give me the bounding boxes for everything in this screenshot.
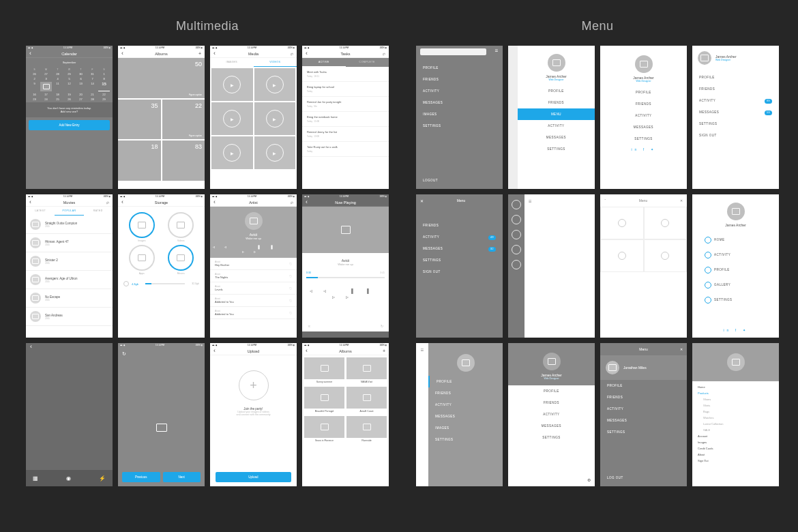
album-cell[interactable]: 18 — [118, 141, 161, 181]
task-row[interactable]: Meet with TashaToday · 18:11 — [302, 67, 389, 82]
shuffle-icon[interactable]: ⤮ — [308, 324, 310, 328]
tree-item[interactable]: Home — [698, 384, 773, 390]
play-icon[interactable] — [266, 76, 284, 93]
menu-item[interactable]: PROFILE — [416, 62, 503, 74]
playback-controls[interactable]: ◃◃ ❚❚ ▹▹ — [302, 288, 389, 300]
menu-item[interactable]: FRIENDS — [518, 97, 595, 108]
menu-item[interactable]: FRIENDS — [416, 220, 503, 231]
song-row[interactable]: AviciiAddicted to You — [210, 295, 297, 307]
quad-cell[interactable] — [644, 239, 688, 272]
menu-item[interactable]: SETTINGS — [428, 434, 503, 445]
add-entry-button[interactable]: Add New Entry — [29, 120, 110, 130]
menu-item[interactable]: FRIENDS — [600, 391, 687, 403]
song-row[interactable]: AviciiLevels — [210, 282, 297, 295]
search-icon[interactable] — [291, 200, 293, 205]
song-row[interactable]: AviciiThe Nights — [210, 270, 297, 282]
play-icon[interactable] — [223, 76, 241, 93]
menu-item[interactable]: SETTINGS — [600, 133, 687, 145]
media-cell[interactable] — [211, 136, 253, 169]
tab-active[interactable]: ACTIVE — [302, 58, 346, 67]
album-thumb[interactable] — [304, 387, 344, 409]
menu-item[interactable]: ACTIVITY — [518, 120, 595, 132]
album-cell[interactable]: 35 — [118, 100, 161, 140]
song-row[interactable]: AviciiAddicted to You — [210, 307, 297, 319]
search-input[interactable] — [420, 48, 486, 55]
song-row[interactable]: AviciiHey Brother — [210, 258, 297, 270]
menu-item[interactable]: SETTINGS — [518, 143, 595, 155]
tree-item[interactable]: Products — [698, 390, 773, 396]
menu-item[interactable]: FRIENDS — [416, 74, 503, 85]
album-cell[interactable]: 83 — [162, 141, 205, 181]
menu-item[interactable]: PROFILE — [600, 87, 687, 98]
menu-item[interactable]: PROFILE — [508, 385, 595, 397]
tree-item[interactable]: Account — [698, 433, 773, 439]
menu-item[interactable]: MESSAGES — [518, 132, 595, 143]
back-icon[interactable] — [213, 201, 216, 205]
close-icon[interactable]: ✕ — [420, 198, 424, 203]
heart-icon[interactable] — [289, 274, 292, 278]
play-icon[interactable] — [123, 281, 129, 286]
gallery-icon[interactable]: ▦ — [33, 475, 38, 482]
back-icon[interactable] — [121, 201, 123, 205]
movie-row[interactable]: Avengers: Age of Ultron2015 — [26, 271, 113, 289]
social-links[interactable]: in f ✦ — [692, 325, 779, 335]
task-row[interactable]: Remind Jenny for the listToday · 13:00 — [302, 127, 389, 142]
menu-item[interactable]: PROFILE — [692, 72, 779, 83]
media-cell[interactable] — [254, 102, 296, 135]
tab-videos[interactable]: VIDEOS — [254, 58, 297, 67]
camera-icon[interactable]: ◉ — [66, 475, 71, 482]
menu-item[interactable]: ACTIVITY — [600, 110, 687, 121]
logout-link[interactable]: LOGOUT — [423, 179, 438, 182]
menu-item[interactable]: FRIENDS — [692, 83, 779, 95]
prev-button[interactable]: Previous — [122, 472, 160, 482]
movie-row[interactable]: Straight Outta Compton2015 — [26, 216, 113, 234]
task-row[interactable]: Bring the notebook homeToday · 15:08 — [302, 112, 389, 127]
search-icon[interactable] — [106, 200, 109, 205]
menu-item[interactable]: SETTINGS — [416, 254, 503, 266]
tree-subitem[interactable]: Bags — [698, 409, 773, 415]
media-cell[interactable] — [254, 68, 296, 101]
menu-item[interactable]: ACTIVITY — [428, 399, 503, 411]
menu-item[interactable]: ACTIVITY — [508, 409, 595, 420]
play-icon[interactable] — [266, 144, 284, 162]
quad-cell[interactable] — [600, 239, 644, 272]
tree-item[interactable]: Images — [698, 439, 773, 445]
quad-cell[interactable] — [600, 207, 644, 239]
menu-item[interactable]: SETTINGS — [600, 426, 687, 438]
refresh-icon[interactable]: ↻ — [122, 351, 126, 356]
menu-item[interactable]: ACTIVITY — [600, 403, 687, 415]
next-button[interactable]: Next — [163, 472, 201, 482]
menu-item[interactable]: GALLERY — [698, 278, 773, 293]
menu-item[interactable]: SETTINGS — [416, 120, 503, 132]
back-icon[interactable] — [213, 52, 216, 56]
task-row[interactable]: Remind Jon for party tonightToday · 9hr — [302, 97, 389, 112]
back-icon[interactable] — [306, 349, 308, 353]
menu-item[interactable]: PROFILE — [600, 380, 687, 391]
menu-item[interactable]: PROFILE — [698, 263, 773, 278]
menu-item[interactable]: IMAGES — [416, 108, 503, 120]
rail-icon[interactable] — [512, 200, 521, 209]
tab-popular[interactable]: POPULAR — [55, 207, 83, 216]
back-icon[interactable] — [306, 52, 308, 56]
task-row[interactable]: Bring laptop for schoolToday — [302, 82, 389, 97]
collapse-icon[interactable]: ˄ — [604, 198, 606, 203]
menu-item[interactable]: FRIENDS — [428, 387, 503, 399]
album-thumb[interactable] — [304, 357, 344, 379]
rail-icon[interactable] — [512, 245, 521, 254]
tree-subitem[interactable]: Shoes — [698, 396, 773, 402]
album-thumb[interactable] — [346, 357, 387, 379]
social-links[interactable]: in f ✦ — [600, 145, 687, 154]
hamburger-icon[interactable] — [529, 198, 532, 205]
logout-link[interactable]: LOG OUT — [607, 476, 623, 479]
menu-item[interactable]: SETTINGS — [698, 293, 773, 308]
menu-item[interactable]: MESSAGES53 — [692, 106, 779, 118]
menu-item[interactable]: ACTIVITY — [416, 85, 503, 97]
rail-icon[interactable] — [512, 260, 521, 269]
menu-item[interactable]: MESSAGES32 — [416, 243, 503, 254]
quad-cell[interactable] — [644, 207, 688, 239]
search-icon[interactable] — [383, 51, 385, 56]
menu-item[interactable]: PROFILE — [518, 85, 595, 97]
menu-item[interactable]: ACTIVITY99 — [692, 95, 779, 106]
menu-item[interactable]: MESSAGES — [600, 121, 687, 133]
play-icon[interactable] — [223, 144, 241, 162]
